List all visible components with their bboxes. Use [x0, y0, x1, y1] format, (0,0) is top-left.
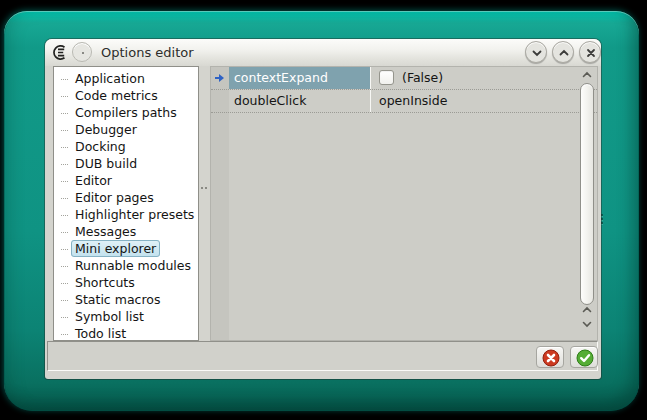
content-area: Application Code metrics Compilers paths… — [45, 66, 601, 379]
sidebar-item-symbol-list[interactable]: Symbol list — [54, 308, 198, 325]
minimize-button[interactable] — [525, 41, 547, 63]
sidebar-item-docking[interactable]: Docking — [54, 138, 198, 155]
property-value[interactable]: openInside — [370, 90, 579, 112]
scroll-up-icon[interactable] — [581, 69, 593, 81]
sidebar-item-messages[interactable]: Messages — [54, 223, 198, 240]
property-row-doubleClick[interactable]: doubleClick openInside — [211, 90, 597, 113]
sidebar-item-dub-build[interactable]: DUB build — [54, 155, 198, 172]
sidebar-item-code-metrics[interactable]: Code metrics — [54, 87, 198, 104]
checkbox-unchecked[interactable] — [379, 70, 394, 85]
chevron-up-icon — [557, 46, 571, 60]
selected-row-arrow-icon — [214, 73, 226, 83]
sidebar-item-runnable-modules[interactable]: Runnable modules — [54, 257, 198, 274]
sidebar-item-todo-list[interactable]: Todo list — [54, 325, 198, 341]
accept-icon — [576, 349, 594, 367]
footer-bar — [47, 341, 598, 371]
cancel-button[interactable] — [536, 346, 564, 368]
window-title: Options editor — [101, 39, 194, 66]
sidebar-item-debugger[interactable]: Debugger — [54, 121, 198, 138]
cancel-icon — [542, 349, 560, 367]
property-name[interactable]: contextExpand — [229, 67, 370, 89]
property-value[interactable]: (False) — [370, 67, 579, 89]
scroll-up-icon[interactable] — [581, 304, 593, 316]
sidebar-item-highlighter-presets[interactable]: Highlighter presets — [54, 206, 198, 223]
options-editor-window: Options editor — [4, 11, 639, 411]
scroll-down-icon[interactable] — [581, 318, 593, 330]
property-grid: contextExpand (False) doubleClick openIn… — [210, 66, 598, 341]
titlebar[interactable]: Options editor — [45, 39, 601, 66]
property-value-label: openInside — [379, 93, 447, 108]
sidebar-item-compilers-paths[interactable]: Compilers paths — [54, 104, 198, 121]
splitter-handle[interactable] — [201, 187, 209, 190]
vertical-scrollbar[interactable] — [578, 67, 597, 340]
close-button[interactable] — [579, 41, 601, 63]
close-icon — [584, 46, 598, 60]
sidebar-item-editor-pages[interactable]: Editor pages — [54, 189, 198, 206]
scrollbar-thumb[interactable] — [580, 83, 594, 305]
property-row-contextExpand[interactable]: contextExpand (False) — [211, 67, 597, 90]
sidebar-item-static-macros[interactable]: Static macros — [54, 291, 198, 308]
property-value-label: (False) — [402, 67, 443, 89]
sidebar-item-application[interactable]: Application — [54, 70, 198, 87]
titlebar-menu-button[interactable] — [72, 42, 92, 62]
dot-icon — [82, 52, 84, 54]
coedit-logo-icon — [51, 44, 68, 61]
screen: Options editor — [0, 0, 647, 420]
sidebar-item-mini-explorer[interactable]: Mini explorer — [54, 240, 198, 257]
chevron-down-icon — [530, 46, 544, 60]
category-tree: Application Code metrics Compilers paths… — [53, 66, 199, 341]
maximize-button[interactable] — [552, 41, 574, 63]
sidebar-item-shortcuts[interactable]: Shortcuts — [54, 274, 198, 291]
window-border-grip-dots[interactable] — [601, 212, 604, 226]
accept-button[interactable] — [570, 346, 598, 368]
window-client-area: Options editor — [45, 39, 601, 379]
property-name[interactable]: doubleClick — [229, 90, 370, 112]
sidebar-item-editor[interactable]: Editor — [54, 172, 198, 189]
